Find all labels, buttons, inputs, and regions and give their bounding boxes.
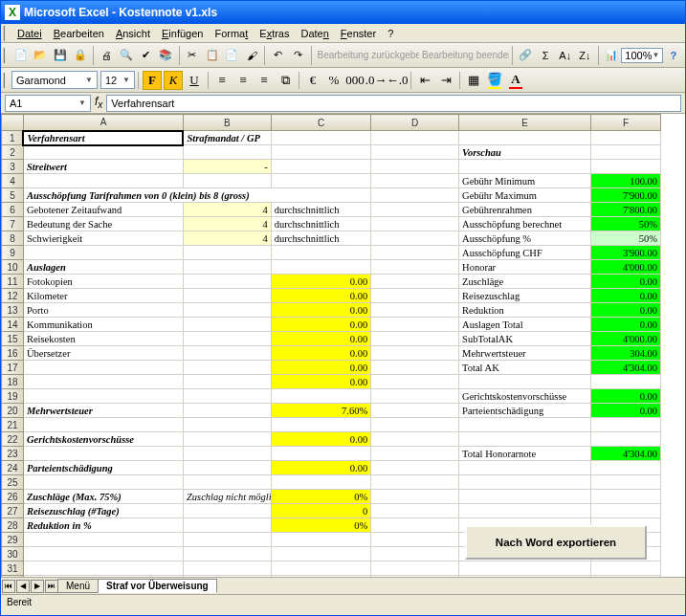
cell-B8[interactable]: 4	[183, 231, 271, 246]
cell-A3[interactable]: Streitwert	[23, 160, 183, 174]
cell-F18[interactable]	[590, 375, 660, 389]
cell-B30[interactable]	[183, 547, 271, 561]
cell-E6[interactable]: Gebührenrahmen	[459, 203, 591, 217]
cell-F27[interactable]	[590, 504, 660, 518]
cell-C22[interactable]: 0.00	[271, 432, 370, 447]
cell-F32[interactable]	[590, 576, 660, 578]
cell-C17[interactable]: 0.00	[271, 361, 370, 375]
col-header-B[interactable]: B	[183, 115, 271, 131]
cell-F19[interactable]: 0.00	[590, 389, 660, 404]
cell-A8[interactable]: Schwierigkeit	[23, 231, 183, 246]
cell-A24[interactable]: Parteientschädigung	[23, 461, 183, 475]
cell-E25[interactable]	[459, 475, 591, 490]
cell-D29[interactable]	[371, 533, 459, 547]
cell-A11[interactable]: Fotokopien	[23, 275, 183, 289]
cell-E21[interactable]	[459, 418, 591, 432]
menu-extras[interactable]: Extras	[254, 26, 295, 41]
cell-B6[interactable]: 4	[183, 203, 271, 217]
cell-E11[interactable]: Zuschläge	[459, 275, 591, 289]
decrease-decimal-button[interactable]: ←.0	[387, 71, 407, 90]
cut-button[interactable]: ✂	[184, 45, 202, 66]
cell-B29[interactable]	[183, 533, 271, 547]
cell-F21[interactable]	[590, 418, 660, 432]
cell-F5[interactable]: 7'900.00	[590, 188, 660, 203]
thousands-button[interactable]: 000	[345, 71, 365, 90]
menu-fenster[interactable]: Fenster	[335, 26, 382, 41]
row-header[interactable]: 11	[2, 275, 24, 289]
row-header[interactable]: 2	[2, 145, 24, 160]
cell-C7[interactable]: durchschnittlich	[271, 217, 370, 231]
cell-F31[interactable]	[590, 561, 660, 576]
cell-A17[interactable]	[23, 361, 183, 375]
cell-E4[interactable]: Gebühr Minimum	[459, 174, 591, 188]
cell-B22[interactable]	[183, 432, 271, 447]
font-color-button[interactable]: A	[506, 71, 525, 90]
cell-E3[interactable]	[459, 160, 591, 174]
cell-D16[interactable]	[371, 346, 459, 361]
cell-C12[interactable]: 0.00	[271, 289, 370, 303]
row-header[interactable]: 7	[2, 217, 24, 231]
formula-bar[interactable]: Verfahrensart	[106, 95, 681, 112]
cell-F7[interactable]: 50%	[590, 217, 660, 231]
row-header[interactable]: 26	[2, 490, 24, 504]
row-header[interactable]: 32	[2, 576, 24, 578]
cell-A6[interactable]: Gebotener Zeitaufwand	[23, 203, 183, 217]
cell-A15[interactable]: Reisekosten	[23, 332, 183, 346]
borders-button[interactable]: ▦	[464, 71, 483, 90]
cell-A7[interactable]: Bedeutung der Sache	[23, 217, 183, 231]
cell-A1[interactable]: Verfahrensart	[23, 131, 183, 145]
align-right-button[interactable]: ≡	[254, 71, 274, 90]
cell-A22[interactable]: Gerichtskostenvorschüsse	[23, 432, 183, 447]
row-header[interactable]: 21	[2, 418, 24, 432]
cell-A14[interactable]: Kommunikation	[23, 318, 183, 332]
spelling-button[interactable]: ✔	[137, 45, 155, 66]
autosum-button[interactable]: Σ	[537, 45, 555, 66]
cell-C21[interactable]	[271, 418, 370, 432]
cell-E14[interactable]: Auslagen Total	[459, 318, 591, 332]
cell-D11[interactable]	[371, 275, 459, 289]
paste-button[interactable]: 📄	[223, 45, 241, 66]
cell-B32[interactable]	[183, 576, 271, 578]
cell-C32[interactable]	[271, 576, 370, 578]
row-header[interactable]: 30	[2, 547, 24, 561]
cell-E26[interactable]	[459, 490, 591, 504]
cell-F15[interactable]: 4'000.00	[590, 332, 660, 346]
cell-F10[interactable]: 4'000.00	[590, 260, 660, 275]
row-header[interactable]: 31	[2, 561, 24, 576]
cell-D20[interactable]	[371, 404, 459, 418]
row-header[interactable]: 6	[2, 203, 24, 217]
cell-F6[interactable]: 7'800.00	[590, 203, 660, 217]
cell-B16[interactable]	[183, 346, 271, 361]
help-button[interactable]: ?	[664, 45, 682, 66]
menu-format[interactable]: Format	[209, 26, 254, 41]
row-header[interactable]: 18	[2, 375, 24, 389]
cell-D25[interactable]	[371, 475, 459, 490]
cell-E5[interactable]: Gebühr Maximum	[459, 188, 591, 203]
row-header[interactable]: 20	[2, 404, 24, 418]
cell-B21[interactable]	[183, 418, 271, 432]
row-header[interactable]: 24	[2, 461, 24, 475]
cell-F11[interactable]: 0.00	[590, 275, 660, 289]
row-header[interactable]: 28	[2, 518, 24, 533]
zoom-combo[interactable]: 100%▼	[621, 48, 663, 63]
cell-B31[interactable]	[183, 561, 271, 576]
cell-F14[interactable]: 0.00	[590, 318, 660, 332]
preview-button[interactable]: 🔍	[118, 45, 136, 66]
cell-F26[interactable]	[590, 490, 660, 504]
row-header[interactable]: 5	[2, 188, 24, 203]
cell-E13[interactable]: Reduktion	[459, 303, 591, 318]
align-left-button[interactable]: ≡	[212, 71, 232, 90]
cell-D10[interactable]	[371, 260, 459, 275]
cell-C2[interactable]	[271, 145, 370, 160]
cell-C28[interactable]: 0%	[271, 518, 370, 533]
cell-A9[interactable]	[23, 246, 183, 260]
cell-F8[interactable]: 50%	[590, 231, 660, 246]
grip-icon[interactable]	[3, 73, 9, 88]
cell-A5[interactable]: Ausschöpfung Tarifrahmen von 0 (klein) b…	[23, 188, 370, 203]
cell-D7[interactable]	[371, 217, 459, 231]
cell-B9[interactable]	[183, 246, 271, 260]
row-header[interactable]: 17	[2, 361, 24, 375]
cell-D31[interactable]	[371, 561, 459, 576]
tab-first-button[interactable]: ⏮	[2, 580, 15, 593]
menu-datei[interactable]: Datei	[11, 26, 48, 41]
